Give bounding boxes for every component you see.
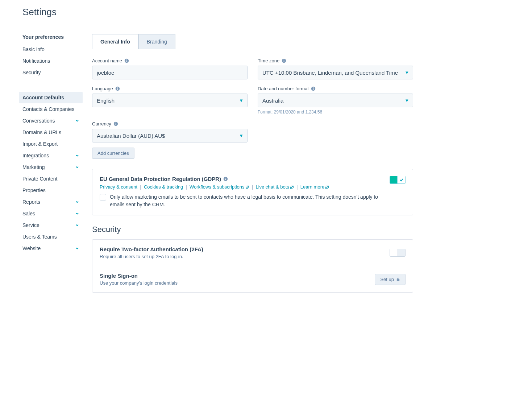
link-privacy-consent[interactable]: Privacy & consent xyxy=(100,184,137,190)
sso-desc: Use your company's login credentials xyxy=(100,280,178,286)
toggle-knob xyxy=(390,249,398,256)
svg-rect-11 xyxy=(313,87,314,88)
caret-down-icon: ▾ xyxy=(406,69,408,76)
label-account-name: Account name xyxy=(92,58,248,63)
sidebar-item-users-teams[interactable]: Users & Teams xyxy=(19,231,83,243)
label-currency: Currency xyxy=(92,121,248,127)
info-icon[interactable] xyxy=(223,177,228,181)
info-icon[interactable] xyxy=(113,121,118,126)
sidebar-item-website[interactable]: Website xyxy=(19,243,83,254)
field-language: Language English ▾ xyxy=(92,86,248,115)
language-select[interactable]: English ▾ xyxy=(92,94,248,107)
twofa-toggle[interactable] xyxy=(390,249,406,257)
label-timezone: Time zone xyxy=(258,58,413,63)
sidebar: Your preferences Basic infoNotifications… xyxy=(0,26,87,307)
sidebar-item-properties[interactable]: Properties xyxy=(19,185,83,196)
gdpr-toggle[interactable] xyxy=(390,176,406,184)
sidebar-item-service[interactable]: Service xyxy=(19,219,83,231)
gdpr-panel: EU General Data Protection Regulation (G… xyxy=(92,169,413,215)
lock-icon xyxy=(396,277,400,281)
caret-down-icon: ▾ xyxy=(406,97,408,104)
sidebar-divider xyxy=(22,85,79,85)
sso-setup-button[interactable]: Set up xyxy=(375,274,406,285)
gdpr-legal-basis-checkbox[interactable] xyxy=(100,194,106,201)
sidebar-item-import-export[interactable]: Import & Export xyxy=(19,138,83,150)
gdpr-title: EU General Data Protection Regulation (G… xyxy=(100,176,382,182)
tab-branding[interactable]: Branding xyxy=(138,34,175,49)
sidebar-item-domains-urls[interactable]: Domains & URLs xyxy=(19,127,83,138)
svg-rect-17 xyxy=(225,178,226,178)
label-language: Language xyxy=(92,86,248,91)
chevron-down-icon xyxy=(75,223,79,227)
external-link-icon xyxy=(290,185,294,189)
add-currencies-button[interactable]: Add currencies xyxy=(92,148,134,159)
link-live-chat-bots[interactable]: Live chat & bots xyxy=(255,184,294,190)
link-learn-more[interactable]: Learn more xyxy=(300,184,329,190)
field-currency: Currency Australian Dollar (AUD) AU$ ▾ A… xyxy=(92,121,248,159)
svg-rect-1 xyxy=(126,61,127,62)
svg-rect-4 xyxy=(284,61,284,62)
sidebar-item-contacts-companies[interactable]: Contacts & Companies xyxy=(19,103,83,115)
tabs: General InfoBranding xyxy=(92,34,413,49)
svg-rect-18 xyxy=(397,279,399,281)
main-content: General InfoBranding Account name Time z… xyxy=(87,26,449,307)
svg-rect-7 xyxy=(117,88,118,90)
sidebar-heading-preferences: Your preferences xyxy=(19,34,83,44)
date-format-helper: Format: 29/01/2020 and 1,234.56 xyxy=(258,109,413,115)
svg-rect-14 xyxy=(115,123,116,123)
sidebar-item-marketing[interactable]: Marketing xyxy=(19,161,83,173)
svg-rect-8 xyxy=(117,87,118,88)
account-name-input[interactable] xyxy=(92,66,248,79)
info-icon[interactable] xyxy=(124,58,129,63)
chevron-down-icon xyxy=(75,119,79,123)
svg-rect-10 xyxy=(313,88,314,90)
page-header: Settings xyxy=(0,0,532,26)
sidebar-item-private-content[interactable]: Private Content xyxy=(19,173,83,185)
chevron-down-icon xyxy=(75,165,79,169)
caret-down-icon: ▾ xyxy=(240,132,243,139)
svg-rect-2 xyxy=(126,59,127,60)
twofa-desc: Require all users to set up 2FA to log-i… xyxy=(100,254,203,259)
link-workflows-subscriptions[interactable]: Workflows & subscriptions xyxy=(190,184,249,190)
sidebar-item-conversations[interactable]: Conversations xyxy=(19,115,83,127)
info-icon[interactable] xyxy=(115,86,120,91)
gdpr-links: Privacy & consent | Cookies & tracking |… xyxy=(100,184,382,190)
chevron-down-icon xyxy=(75,154,79,157)
svg-rect-16 xyxy=(225,179,226,180)
external-link-icon xyxy=(245,185,249,189)
sidebar-item-reports[interactable]: Reports xyxy=(19,196,83,208)
page-title: Settings xyxy=(22,7,510,18)
tab-general-info[interactable]: General Info xyxy=(92,34,138,49)
caret-down-icon: ▾ xyxy=(240,97,243,104)
svg-rect-13 xyxy=(115,124,116,125)
currency-select[interactable]: Australian Dollar (AUD) AU$ ▾ xyxy=(92,129,248,142)
info-icon[interactable] xyxy=(311,86,316,91)
sso-title: Single Sign-on xyxy=(100,273,178,279)
twofa-title: Require Two-factor Authentication (2FA) xyxy=(100,246,203,252)
link-cookies-tracking[interactable]: Cookies & tracking xyxy=(144,184,183,190)
chevron-down-icon xyxy=(75,247,79,250)
chevron-down-icon xyxy=(75,200,79,204)
sidebar-item-account-defaults[interactable]: Account Defaults xyxy=(19,92,83,103)
svg-rect-5 xyxy=(284,59,284,60)
sidebar-item-security[interactable]: Security xyxy=(19,67,83,78)
info-icon[interactable] xyxy=(282,58,286,63)
security-panel: Require Two-factor Authentication (2FA) … xyxy=(92,239,413,293)
security-heading: Security xyxy=(92,225,413,234)
twofa-row: Require Two-factor Authentication (2FA) … xyxy=(92,240,413,266)
sso-row: Single Sign-on Use your company's login … xyxy=(92,266,413,292)
field-timezone: Time zone UTC +10:00 Brisbane, Lindeman,… xyxy=(258,58,413,79)
label-date-format: Date and number format xyxy=(258,86,413,91)
sidebar-item-notifications[interactable]: Notifications xyxy=(19,55,83,67)
gdpr-checkbox-label: Only allow marketing emails to be sent t… xyxy=(110,193,382,208)
field-account-name: Account name xyxy=(92,58,248,79)
sidebar-item-basic-info[interactable]: Basic info xyxy=(19,44,83,55)
sidebar-item-sales[interactable]: Sales xyxy=(19,208,83,219)
field-date-format: Date and number format Australia ▾ Forma… xyxy=(258,86,413,115)
timezone-select[interactable]: UTC +10:00 Brisbane, Lindeman, and Queen… xyxy=(258,66,413,79)
sidebar-item-integrations[interactable]: Integrations xyxy=(19,150,83,161)
chevron-down-icon xyxy=(75,212,79,215)
toggle-knob xyxy=(397,176,405,183)
external-link-icon xyxy=(325,185,329,189)
date-format-select[interactable]: Australia ▾ xyxy=(258,94,413,107)
